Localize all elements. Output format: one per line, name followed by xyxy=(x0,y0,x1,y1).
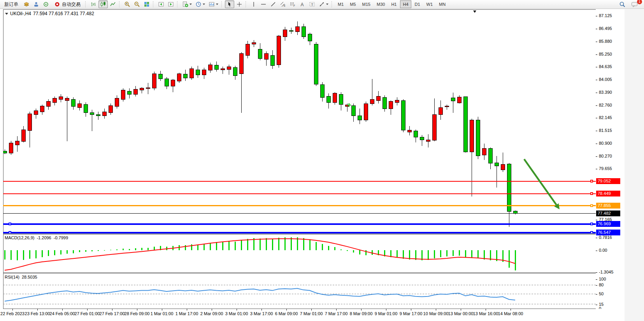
auto-scroll-button[interactable] xyxy=(156,0,166,8)
toolbar-separator xyxy=(246,1,247,7)
channel-tool-button[interactable]: E xyxy=(278,0,288,8)
chart-shift-button[interactable] xyxy=(166,0,175,8)
macd-panel[interactable] xyxy=(3,235,596,272)
panel-splitter[interactable] xyxy=(3,233,596,234)
toolbar-separator xyxy=(177,1,179,7)
market-watch-button[interactable] xyxy=(22,0,31,8)
arrows-tool-button[interactable] xyxy=(317,0,330,8)
chart-symbol-period: UKOil-,H4 xyxy=(10,11,31,16)
time-tick-label: 27 Feb 17:00 xyxy=(100,311,125,316)
price-axis[interactable]: 87.12586.49585.88085.25084.63584.00583.3… xyxy=(596,9,625,309)
templates-dropdown-caret xyxy=(216,4,218,5)
price-tick-mark xyxy=(596,220,597,220)
notifications-button[interactable]: 1 xyxy=(630,0,640,8)
arrows-dropdown-caret xyxy=(326,4,328,5)
templates-button[interactable] xyxy=(207,0,220,8)
auto-scroll-icon xyxy=(158,1,164,7)
time-tick-label: 7 Mar 17:00 xyxy=(325,311,348,316)
time-tick-mark xyxy=(411,309,411,310)
indicators-icon xyxy=(182,1,188,7)
time-tick-mark xyxy=(436,309,436,310)
toolbar-separator xyxy=(85,1,87,7)
crosshair-tool-button[interactable] xyxy=(235,0,244,8)
chart-ohlc-values: 77.594 77.616 77.431 77.482 xyxy=(33,11,94,16)
new-order-button[interactable]: 新订单 xyxy=(1,0,21,8)
time-tick-mark xyxy=(261,309,262,310)
fibonacci-tool-button[interactable]: F xyxy=(288,0,297,8)
rsi-line xyxy=(5,288,515,301)
time-tick-mark xyxy=(212,309,212,310)
bar-chart-mode-button[interactable] xyxy=(89,0,98,8)
timeframe-button-M5[interactable]: M5 xyxy=(347,0,358,8)
periods-dropdown-caret xyxy=(203,4,205,5)
timeframe-button-W1[interactable]: W1 xyxy=(424,0,436,8)
chart-legend[interactable]: UKOil-,H4 77.594 77.616 77.431 77.482 xyxy=(5,11,94,16)
search-button[interactable] xyxy=(618,0,627,8)
timeframe-button-D1[interactable]: D1 xyxy=(412,0,423,8)
vertical-line-tool-button[interactable] xyxy=(249,0,258,8)
time-tick-mark xyxy=(386,309,386,310)
horizontal-line-tool-button[interactable] xyxy=(259,0,268,8)
chart-shift-marker[interactable] xyxy=(473,11,476,13)
text-tool-button[interactable]: A xyxy=(298,0,307,8)
periods-icon xyxy=(195,1,202,7)
autotrading-button[interactable]: 自动交易 xyxy=(51,0,84,8)
time-tick-label: 24 Feb 05:00 xyxy=(50,311,75,316)
price-tick-mark xyxy=(596,80,597,80)
fibonacci-icon: F xyxy=(290,1,296,7)
price-tick-mark xyxy=(596,29,597,29)
panel-splitter[interactable] xyxy=(3,272,596,273)
profile-button[interactable] xyxy=(32,0,41,8)
down-arrow-annotation[interactable] xyxy=(524,159,560,209)
price-tick-mark xyxy=(596,42,597,42)
rsi-tick-label: 50 xyxy=(599,291,604,296)
price-tick-label: 83.390 xyxy=(599,90,612,95)
time-tick-mark xyxy=(187,309,187,310)
trendline-tool-button[interactable] xyxy=(268,0,278,8)
svg-text:F: F xyxy=(293,4,295,7)
time-tick-label: 3 Mar 01:00 xyxy=(225,311,248,316)
toolbar-separator xyxy=(119,1,121,7)
text-label-icon: T xyxy=(309,1,315,7)
autotrading-label: 自动交易 xyxy=(62,1,81,8)
price-tick-label: 82.145 xyxy=(599,115,612,120)
timeframe-button-M1[interactable]: M1 xyxy=(335,0,346,8)
data-window-button[interactable] xyxy=(41,0,51,8)
rsi-value: 28.5035 xyxy=(22,275,37,279)
time-tick-label: 23 Feb 13:00 xyxy=(25,311,50,316)
time-axis[interactable]: 22 Feb 202323 Feb 13:0024 Feb 05:0027 Fe… xyxy=(3,309,610,321)
price-tick-mark xyxy=(596,93,597,93)
templates-icon xyxy=(209,1,215,7)
timeframe-button-M30[interactable]: M30 xyxy=(374,0,388,8)
rsi-tick-label: 100 xyxy=(599,277,606,282)
line-chart-mode-button[interactable] xyxy=(108,0,118,8)
price-tick-mark xyxy=(596,54,597,55)
current-price-label: 77.482 xyxy=(596,210,620,216)
tile-windows-button[interactable] xyxy=(142,0,151,8)
timeframe-button-MN[interactable]: MN xyxy=(436,0,448,8)
zoom-in-button[interactable] xyxy=(123,0,132,8)
timeframe-button-M15[interactable]: M15 xyxy=(360,0,373,8)
time-tick-label: 9 Mar 17:00 xyxy=(400,311,423,316)
timeframe-button-H1[interactable]: H1 xyxy=(388,0,399,8)
periods-button[interactable] xyxy=(194,0,207,8)
text-label-tool-button[interactable]: T xyxy=(307,0,317,8)
time-tick-mark xyxy=(37,309,38,310)
candlestick-mode-button[interactable] xyxy=(98,0,108,8)
indicators-button[interactable] xyxy=(181,0,193,8)
cursor-tool-button[interactable] xyxy=(225,0,234,8)
market-watch-icon xyxy=(23,1,30,7)
zoom-out-button[interactable] xyxy=(132,0,142,8)
chart-shift-icon xyxy=(168,1,174,7)
time-tick-mark xyxy=(461,309,461,310)
chart-legend-collapse-icon[interactable] xyxy=(5,13,8,15)
time-tick-label: 13 Mar 16:00 xyxy=(473,311,498,316)
zoom-out-icon xyxy=(134,1,140,7)
rsi-panel[interactable] xyxy=(3,274,596,309)
time-tick-mark xyxy=(511,309,511,310)
time-tick-label: 2 Mar 09:00 xyxy=(200,311,223,316)
candlestick-chart[interactable] xyxy=(3,10,596,233)
macd-name: MACD(12,26,9) xyxy=(5,235,34,240)
toolbar-right-group: 1 xyxy=(618,0,643,8)
timeframe-button-H4[interactable]: H4 xyxy=(400,0,411,8)
